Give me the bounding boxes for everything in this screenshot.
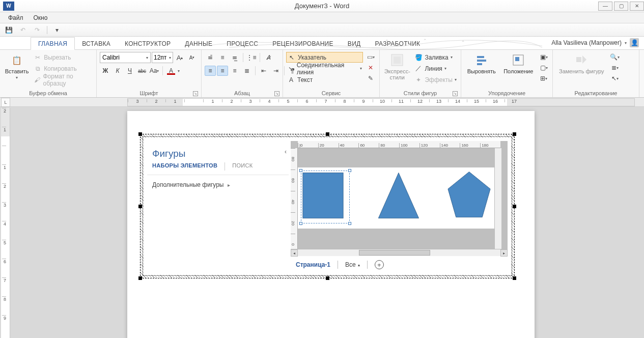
shapes-tab-search[interactable]: ПОИСК	[232, 162, 253, 171]
cut-button[interactable]: Вырезать	[33, 52, 93, 63]
layers-button[interactable]: ≣▾	[609, 63, 621, 73]
resize-handle[interactable]	[138, 132, 142, 136]
bold-button[interactable]: Ж	[100, 66, 111, 76]
canvas-ruler-horizontal[interactable]: |020406080100120140160180	[298, 141, 500, 148]
horizontal-ruler[interactable]: 3211234567891011121314151617	[127, 98, 635, 106]
italic-button[interactable]: К	[112, 66, 123, 76]
text-tool-button[interactable]: AТекст	[286, 74, 363, 85]
canvas-ruler-vertical[interactable]: 806040200	[291, 148, 298, 249]
align-left-button[interactable]: ≡	[205, 66, 216, 76]
selection-handle[interactable]	[348, 222, 351, 225]
delete-connector-button[interactable]: ✕	[365, 63, 376, 73]
resize-handle[interactable]	[513, 276, 516, 280]
maximize-button[interactable]: ▢	[614, 2, 628, 11]
collapse-panel-button[interactable]: ‹	[285, 148, 287, 155]
font-color-button[interactable]: A	[165, 66, 177, 76]
tab-design[interactable]: КОНСТРУКТОР	[118, 38, 178, 49]
resize-handle[interactable]	[138, 205, 142, 208]
canvas-scrollbar-horizontal[interactable]: ◂ ▸	[291, 249, 508, 256]
font-dialog-launcher[interactable]: ↘	[193, 91, 198, 96]
fill-button[interactable]: 🪣Заливка▾	[413, 52, 458, 63]
send-back-button[interactable]: ▢▾	[538, 63, 549, 73]
group-button[interactable]: ⊞▾	[538, 73, 549, 83]
user-name: Alla Vasilieva (Manpower)	[551, 39, 622, 46]
scroll-right-button[interactable]: ▸	[500, 249, 508, 257]
position-button[interactable]: Положение	[501, 52, 537, 75]
menu-file[interactable]: Файл	[3, 13, 29, 22]
font-size-select[interactable]: 12пт▾	[152, 52, 173, 63]
tab-insert[interactable]: ВСТАВКА	[75, 38, 118, 49]
drawing-canvas[interactable]	[298, 167, 494, 229]
page-tab[interactable]: Страница-1	[296, 261, 330, 268]
format-painter-button[interactable]: 🖌Формат по образцу	[33, 74, 93, 85]
vertical-ruler[interactable]: 21123456789	[1, 108, 10, 338]
font-name-select[interactable]: Calibri▾	[100, 52, 151, 63]
resize-handle[interactable]	[326, 276, 329, 280]
align-center-button[interactable]: ≡	[217, 66, 228, 76]
align-middle-button[interactable]: ≡	[217, 52, 228, 63]
selection-handle[interactable]	[299, 169, 302, 172]
tab-home[interactable]: ГЛАВНАЯ	[31, 37, 75, 50]
ribbon-decor	[204, 37, 542, 49]
menu-window[interactable]: Окно	[29, 13, 53, 22]
resize-handle[interactable]	[513, 205, 516, 208]
align-top-button[interactable]: ≡̄	[205, 52, 216, 63]
bullets-button[interactable]: ⋮≡	[246, 52, 257, 63]
page-scroll-area[interactable]: ‹ Фигуры НАБОРЫ ЭЛЕМЕНТОВ ПОИСК Дополнит…	[10, 107, 644, 338]
connector-tool-button[interactable]: ↘Соединительная линия▾	[286, 63, 363, 74]
paste-button[interactable]: 📋 Вставить ▾	[3, 52, 31, 81]
resize-handle[interactable]	[138, 276, 142, 280]
shape-pentagon[interactable]	[448, 172, 490, 217]
close-button[interactable]: ✕	[630, 2, 644, 11]
shape-styles-dialog-launcher[interactable]: ↘	[453, 91, 458, 96]
embedded-visio-object[interactable]: ‹ Фигуры НАБОРЫ ЭЛЕМЕНТОВ ПОИСК Дополнит…	[143, 136, 512, 276]
clear-format-button[interactable]: A̷	[263, 52, 274, 63]
freeform-tool-button[interactable]: ✎	[365, 73, 376, 83]
selection-handle[interactable]	[348, 169, 351, 172]
save-button[interactable]: 💾	[3, 25, 14, 35]
font-color-dropdown[interactable]: ▾	[178, 69, 180, 73]
shape-triangle[interactable]	[378, 173, 418, 218]
user-account[interactable]: Alla Vasilieva (Manpower) ▾ 👤	[551, 38, 639, 47]
all-pages-button[interactable]: Все▴	[345, 261, 360, 268]
paragraph-dialog-launcher[interactable]: ↘	[274, 91, 279, 96]
canvas-scrollbar-vertical[interactable]	[494, 148, 501, 249]
shapes-tab-sets[interactable]: НАБОРЫ ЭЛЕМЕНТОВ	[152, 162, 217, 171]
bring-front-button[interactable]: ▣▾	[538, 52, 549, 62]
align-button[interactable]: Выровнять	[464, 52, 499, 75]
scroll-left-button[interactable]: ◂	[291, 249, 298, 257]
qat-customize[interactable]: ▾	[51, 25, 63, 35]
rectangle-tool-button[interactable]: ▭▾	[365, 52, 376, 62]
express-styles-button[interactable]: Экспресс-стили	[383, 52, 411, 81]
find-button[interactable]: 🔍▾	[609, 52, 621, 62]
align-right-button[interactable]: ≡	[229, 66, 240, 76]
underline-button[interactable]: Ч	[124, 66, 135, 76]
redo-button[interactable]: ↷	[32, 25, 43, 35]
strike-button[interactable]: abc	[136, 66, 148, 76]
resize-handle[interactable]	[326, 132, 329, 136]
resize-handle[interactable]	[513, 132, 516, 136]
selection-handle[interactable]	[299, 222, 302, 225]
decrease-indent-button[interactable]: ⇤	[258, 66, 269, 76]
change-shape-icon	[574, 53, 589, 67]
undo-button[interactable]: ↶	[17, 25, 29, 35]
scroll-track[interactable]	[298, 249, 500, 256]
grow-font-button[interactable]: A▴	[174, 52, 185, 63]
add-page-button[interactable]: +	[375, 260, 384, 269]
ruler-corner[interactable]: L	[1, 98, 10, 107]
justify-button[interactable]: ≣	[241, 66, 253, 76]
change-shape-button[interactable]: Заменить фигуру	[556, 52, 607, 75]
shrink-font-button[interactable]: A▾	[186, 52, 198, 63]
scroll-thumb[interactable]	[359, 250, 430, 256]
user-avatar-icon: 👤	[630, 38, 639, 47]
svg-rect-7	[576, 57, 581, 62]
align-bottom-button[interactable]: ≡̲	[229, 52, 240, 63]
select-button[interactable]: ↖▾	[609, 73, 621, 83]
more-shapes-button[interactable]: Дополнительные фигуры ▸	[147, 175, 289, 194]
line-button[interactable]: ／Линия▾	[413, 63, 458, 74]
shape-selection[interactable]	[301, 171, 350, 223]
change-case-button[interactable]: Aa▾	[149, 66, 160, 76]
increase-indent-button[interactable]: ⇥	[270, 66, 282, 76]
minimize-button[interactable]: —	[598, 2, 612, 11]
effects-button[interactable]: ✦Эффекты▾	[413, 74, 458, 85]
